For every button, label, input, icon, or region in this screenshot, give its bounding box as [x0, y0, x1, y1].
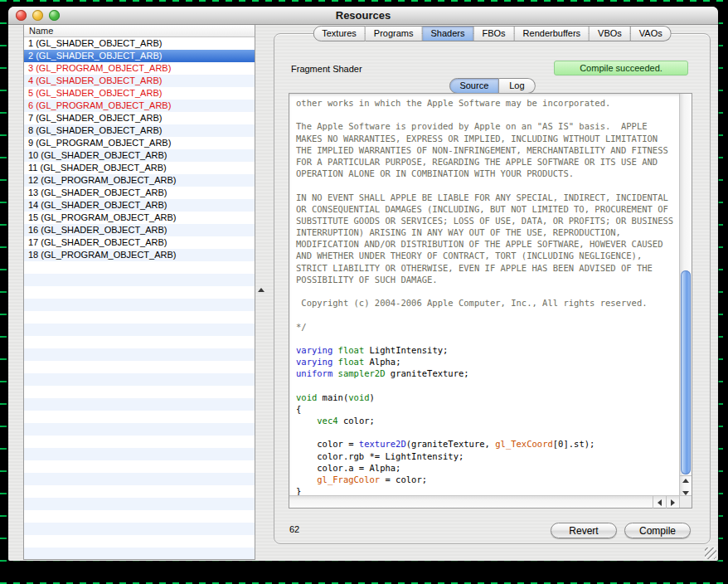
code-line: [296, 333, 679, 344]
code-line: [296, 380, 679, 392]
code-line: OPERATION ALONE OR IN COMBINATION WITH Y…: [296, 168, 679, 179]
code-line: uniform sampler2D graniteTexture;: [296, 367, 679, 379]
code-line: [296, 109, 679, 120]
code-line: [296, 309, 679, 320]
code-line: varying float Alpha;: [296, 356, 679, 367]
code-line: THE IMPLIED WARRANTIES OF NON-INFRINGEME…: [296, 144, 679, 156]
code-line: other works in which the Apple Software …: [296, 97, 679, 109]
code-line: POSSIBILITY OF SUCH DAMAGE.: [296, 274, 679, 285]
list-item[interactable]: 2 (GL_SHADER_OBJECT_ARB): [24, 50, 255, 62]
scrollbar-corner: [679, 495, 692, 508]
tab-shaders[interactable]: Shaders: [422, 26, 473, 41]
chevron-up-icon: [258, 288, 265, 292]
list-body: 1 (GL_SHADER_OBJECT_ARB)2 (GL_SHADER_OBJ…: [24, 37, 255, 559]
list-item[interactable]: 17 (GL_SHADER_OBJECT_ARB): [24, 236, 255, 249]
code-line: FOR A PARTICULAR PURPOSE, REGARDING THE …: [296, 156, 679, 168]
list-item[interactable]: 18 (GL_PROGRAM_OBJECT_ARB): [24, 249, 255, 261]
code-line: vec4 color;: [296, 415, 679, 426]
code-line: color.rgb *= LightIntensity;: [296, 450, 679, 462]
arrow-left-icon: [658, 499, 662, 506]
list-item[interactable]: 4 (GL_SHADER_OBJECT_ARB): [24, 75, 255, 87]
code-line: INTERRUPTION) ARISING IN ANY WAY OUT OF …: [296, 226, 679, 238]
code-line: gl_FragColor = color;: [296, 474, 679, 485]
list-item[interactable]: 15 (GL_PROGRAM_OBJECT_ARB): [24, 212, 255, 224]
shader-source-editor[interactable]: other works in which the Apple Software …: [289, 93, 692, 509]
code-line: color.a = Alpha;: [296, 462, 679, 474]
revert-button[interactable]: Revert: [551, 523, 617, 538]
shader-kind-label: Fragment Shader: [291, 64, 362, 74]
window-title: Resources: [8, 7, 718, 25]
list-item[interactable]: 16 (GL_SHADER_OBJECT_ARB): [24, 224, 255, 236]
vertical-scrollbar[interactable]: [679, 94, 692, 495]
code-line: AND WHETHER UNDER THEORY OF CONTRACT, TO…: [296, 250, 679, 261]
scroll-up-button[interactable]: [680, 479, 692, 489]
code-line: varying float LightIntensity;: [296, 344, 679, 356]
tab-vaos[interactable]: VAOs: [631, 26, 672, 41]
list-item[interactable]: 11 (GL_SHADER_OBJECT_ARB): [24, 162, 255, 174]
vertical-scrollbar-thumb[interactable]: [681, 270, 691, 474]
list-item[interactable]: 8 (GL_SHADER_OBJECT_ARB): [24, 124, 255, 137]
list-column-header-name[interactable]: Name: [24, 25, 255, 37]
horizontal-scrollbar[interactable]: [289, 495, 679, 508]
code-line: The Apple Software is provided by Apple …: [296, 120, 679, 132]
code-line: OR CONSEQUENTIAL DAMAGES (INCLUDING, BUT…: [296, 203, 679, 215]
segment-log[interactable]: Log: [499, 78, 535, 94]
scroll-right-button[interactable]: [666, 496, 679, 509]
segment-source[interactable]: Source: [449, 78, 499, 94]
code-line: {: [296, 403, 679, 415]
code-line: MAKES NO WARRANTIES, EXPRESS OR IMPLIED,…: [296, 133, 679, 144]
code-line: IN NO EVENT SHALL APPLE BE LIABLE FOR AN…: [296, 192, 679, 203]
code-line: */: [296, 321, 679, 333]
arrow-right-icon: [671, 499, 675, 506]
code-line: [296, 426, 679, 438]
list-item[interactable]: 3 (GL_PROGRAM_OBJECT_ARB): [24, 62, 255, 75]
shader-panel: TexturesProgramsShadersFBOsRenderbuffers…: [274, 33, 711, 544]
arrow-up-icon: [682, 479, 689, 483]
source-log-segmented: SourceLog: [449, 78, 535, 94]
scroll-left-button[interactable]: [653, 496, 666, 509]
code-line: color = texture2D(graniteTexture, gl_Tex…: [296, 438, 679, 450]
code-line: SUBSTITUTE GOODS OR SERVICES; LOSS OF US…: [296, 215, 679, 226]
tab-bar: TexturesProgramsShadersFBOsRenderbuffers…: [313, 26, 672, 41]
resource-list: Name 1 (GL_SHADER_OBJECT_ARB)2 (GL_SHADE…: [23, 25, 255, 560]
shader-id-label: 62: [289, 524, 299, 534]
list-item[interactable]: 7 (GL_SHADER_OBJECT_ARB): [24, 112, 255, 124]
tab-programs[interactable]: Programs: [366, 26, 423, 41]
code-line: Copyright (c) 2004-2006 Apple Computer, …: [296, 297, 679, 309]
list-item[interactable]: 6 (GL_PROGRAM_OBJECT_ARB): [24, 100, 255, 112]
code-line: }: [296, 485, 679, 495]
compile-status-badge: Compile succeeded.: [554, 61, 688, 75]
compile-button[interactable]: Compile: [624, 523, 691, 538]
list-item[interactable]: 1 (GL_SHADER_OBJECT_ARB): [24, 37, 255, 50]
tab-textures[interactable]: Textures: [313, 26, 366, 41]
tab-renderbuffers[interactable]: Renderbuffers: [515, 26, 590, 41]
list-item[interactable]: 12 (GL_PROGRAM_OBJECT_ARB): [24, 174, 255, 187]
resources-window: Resources Name 1 (GL_SHADER_OBJECT_ARB)2…: [8, 7, 718, 561]
list-item[interactable]: 14 (GL_SHADER_OBJECT_ARB): [24, 199, 255, 212]
code-line: [296, 285, 679, 297]
code-area[interactable]: other works in which the Apple Software …: [289, 94, 679, 495]
tab-fbos[interactable]: FBOs: [473, 26, 514, 41]
tab-vbos[interactable]: VBOs: [590, 26, 631, 41]
window-titlebar[interactable]: Resources: [8, 7, 718, 25]
code-line: [296, 179, 679, 191]
resize-grip[interactable]: [705, 548, 716, 559]
code-line: STRICT LIABILITY OR OTHERWISE, EVEN IF A…: [296, 262, 679, 274]
list-item[interactable]: 9 (GL_PROGRAM_OBJECT_ARB): [24, 137, 255, 149]
list-item[interactable]: 13 (GL_SHADER_OBJECT_ARB): [24, 187, 255, 199]
code-line: void main(void): [296, 392, 679, 403]
splitter-handle[interactable]: [257, 287, 265, 294]
list-item[interactable]: 10 (GL_SHADER_OBJECT_ARB): [24, 149, 255, 162]
list-item[interactable]: 5 (GL_SHADER_OBJECT_ARB): [24, 87, 255, 100]
code-line: MODIFICATION AND/OR DISTRIBUTION OF THE …: [296, 238, 679, 250]
